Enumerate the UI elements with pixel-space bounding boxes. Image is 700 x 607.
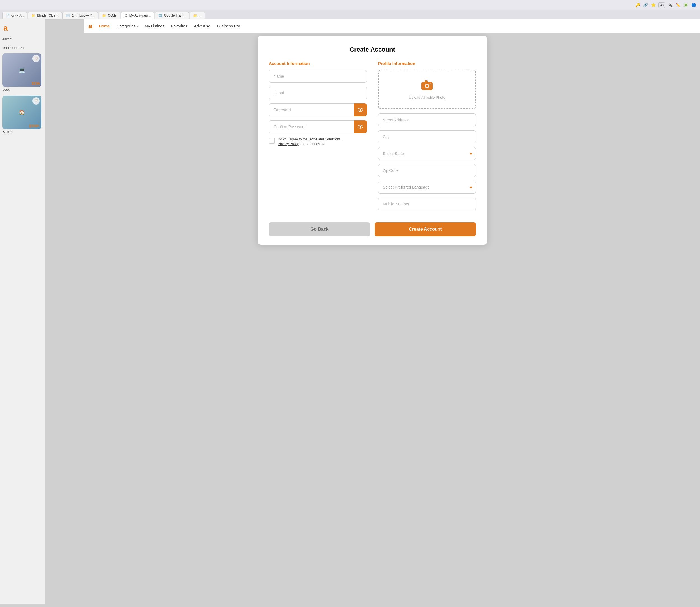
email-input[interactable] <box>269 87 367 100</box>
svg-point-3 <box>359 126 361 127</box>
listing-card-0[interactable]: 💻 ♡ $599 <box>2 53 41 87</box>
profile-section-heading: Profile Information <box>378 61 476 66</box>
sort-label: ost Recent ↑↓ <box>2 46 43 50</box>
language-select[interactable]: Select Preferred Language <box>378 181 476 194</box>
street-address-input[interactable] <box>378 113 476 126</box>
state-select-wrapper: Select State <box>378 147 476 160</box>
confirm-password-toggle-button[interactable] <box>354 120 367 133</box>
key-icon: 🔑 <box>635 2 641 8</box>
browser-icons: 🔑 🔗 ⭐ 38 🔌 ✏️ ✳️ 🔵 <box>635 2 697 8</box>
svg-point-6 <box>425 85 429 87</box>
favorite-button-1[interactable]: ♡ <box>32 97 40 105</box>
tab-3[interactable]: 📁 COde <box>99 12 120 19</box>
tab-count-badge: 38 <box>658 2 665 8</box>
tab-5[interactable]: 🔤 Google Tran... <box>155 12 189 19</box>
nav-item-business[interactable]: Business Pro <box>217 24 240 28</box>
eye-icon-confirm <box>357 125 363 129</box>
tab-label-1: Bfinder CLient <box>37 14 58 17</box>
photo-upload-area[interactable]: Upload A Profile Photo <box>378 70 476 109</box>
account-section-heading: Account Information <box>269 61 367 66</box>
password-field-group <box>269 103 367 116</box>
eye-icon <box>357 108 363 112</box>
extension-icon-2: ✏️ <box>675 2 681 8</box>
tab-icon-3: 📁 <box>102 14 106 17</box>
nav-item-advertise[interactable]: Advertise <box>194 24 210 28</box>
camera-icon <box>420 79 434 93</box>
tab-1[interactable]: 📁 Bfinder CLient <box>28 12 62 19</box>
favorite-button-0[interactable]: ♡ <box>32 55 40 62</box>
name-field-group <box>269 70 367 83</box>
confirm-password-input-wrapper <box>269 120 367 133</box>
create-account-modal: Create Account Account Information <box>258 36 487 245</box>
city-field-group <box>378 130 476 143</box>
tab-label-2: 1 · Inbox — Y... <box>72 14 94 17</box>
search-label: earch: <box>2 37 43 41</box>
modal-footer: Go Back Create Account <box>269 222 476 236</box>
page: a earch: ost Recent ↑↓ 💻 ♡ $599 book 🏠 ♡… <box>0 19 700 604</box>
terms-checkbox-row: Do you agree to the Terms and Conditions… <box>269 137 367 147</box>
tab-2[interactable]: ✉️ 1 · Inbox — Y... <box>62 12 98 19</box>
tab-icon-4: ⏱ <box>125 14 128 17</box>
create-account-button[interactable]: Create Account <box>375 222 476 236</box>
tab-0[interactable]: 📄 ork - J... <box>2 12 27 19</box>
tab-icon-5: 🔤 <box>158 14 162 17</box>
svg-point-8 <box>430 83 432 84</box>
nav-bar: a Home Categories My Listings Favorites … <box>84 19 700 33</box>
zip-field-group <box>378 164 476 177</box>
tab-label-0: ork - J... <box>12 14 23 17</box>
confirm-password-input[interactable] <box>269 120 367 133</box>
privacy-link[interactable]: Privacy Policy <box>278 142 299 146</box>
card-label-1: Sale in <box>2 130 43 133</box>
svg-point-1 <box>359 109 361 111</box>
language-field-group: Select Preferred Language <box>378 181 476 194</box>
tab-icon-0: 📄 <box>6 14 10 17</box>
sidebar: a earch: ost Recent ↑↓ 💻 ♡ $599 book 🏠 ♡… <box>0 19 45 604</box>
street-field-group <box>378 113 476 126</box>
share-icon: 🔗 <box>642 2 649 8</box>
card-price-0: $599 <box>31 82 40 86</box>
extension-icon-4: 🔵 <box>691 2 697 8</box>
password-toggle-button[interactable] <box>354 103 367 116</box>
nav-item-favorites[interactable]: Favorites <box>171 24 187 28</box>
state-select[interactable]: Select State <box>378 147 476 160</box>
nav-item-home[interactable]: Home <box>99 24 110 28</box>
email-field-group <box>269 87 367 100</box>
tab-6[interactable]: 📁 ... <box>190 12 205 19</box>
tab-label-4: My Activities... <box>129 14 151 17</box>
tab-label-5: Google Tran... <box>164 14 185 17</box>
tab-label-6: ... <box>199 14 202 17</box>
extension-icon-1: 🔌 <box>667 2 673 8</box>
nav-item-categories[interactable]: Categories <box>116 24 138 28</box>
site-logo: a <box>2 23 43 33</box>
browser-bar: 🔑 🔗 ⭐ 38 🔌 ✏️ ✳️ 🔵 <box>0 0 700 10</box>
confirm-password-field-group <box>269 120 367 133</box>
tab-icon-1: 📁 <box>31 14 35 17</box>
mobile-input[interactable] <box>378 197 476 210</box>
modal-body: Account Information <box>269 61 476 214</box>
city-input[interactable] <box>378 130 476 143</box>
password-input-wrapper <box>269 103 367 116</box>
terms-checkbox[interactable] <box>269 138 275 144</box>
sort-arrows-icon: ↑↓ <box>21 46 24 50</box>
nav-logo: a <box>88 22 92 30</box>
tab-label-3: COde <box>108 14 116 17</box>
zip-input[interactable] <box>378 164 476 177</box>
star-icon: ⭐ <box>651 2 657 8</box>
extension-icon-3: ✳️ <box>683 2 689 8</box>
svg-rect-7 <box>425 80 428 83</box>
state-field-group: Select State <box>378 147 476 160</box>
go-back-button[interactable]: Go Back <box>269 222 370 236</box>
listing-card-1[interactable]: 🏠 ♡ $350K <box>2 96 41 129</box>
modal-title: Create Account <box>269 46 476 53</box>
tab-4[interactable]: ⏱ My Activities... <box>121 12 154 19</box>
tab-icon-6: 📁 <box>193 14 197 17</box>
mobile-field-group <box>378 197 476 210</box>
password-input[interactable] <box>269 103 367 116</box>
profile-section: Profile Information Upload A Profil <box>378 61 476 214</box>
name-input[interactable] <box>269 70 367 83</box>
tab-icon-2: ✉️ <box>66 14 70 17</box>
terms-link[interactable]: Terms and Conditions <box>308 137 341 141</box>
card-label-0: book <box>2 88 43 91</box>
nav-item-listings[interactable]: My Listings <box>145 24 165 28</box>
terms-text: Do you agree to the Terms and Conditions… <box>278 137 342 147</box>
